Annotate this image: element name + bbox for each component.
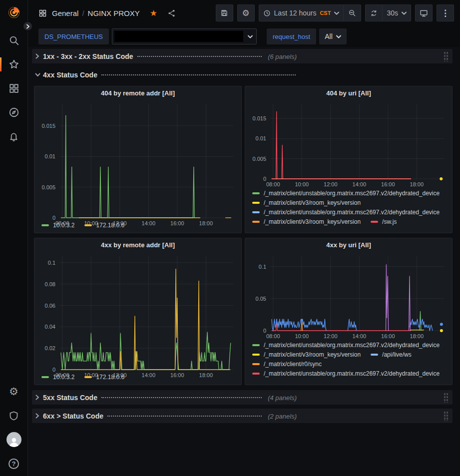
dashboard-settings-button[interactable]: ⚙	[237, 4, 255, 21]
panel-header[interactable]: 404 by remote addr [All]	[34, 86, 241, 99]
search-icon	[8, 35, 19, 46]
legend-series-swatch	[371, 354, 378, 356]
variable-label-request-host[interactable]: request_host	[267, 28, 316, 44]
svg-text:16:00: 16:00	[381, 181, 395, 187]
row-header-6xx[interactable]: 6xx > Status Code (2 panels)	[32, 409, 453, 423]
apps-grid-icon	[38, 9, 47, 17]
svg-text:0.01: 0.01	[45, 153, 55, 159]
sidebar-expand-button[interactable]	[22, 21, 33, 31]
legend-series-swatch	[84, 224, 92, 226]
refresh-button[interactable]	[365, 4, 383, 21]
panel-title: 404 by remote addr [All]	[101, 89, 175, 97]
grafana-app: ⚙ ?	[0, 0, 460, 476]
save-dashboard-button[interactable]	[216, 4, 233, 21]
legend-item[interactable]: /_matrix/client/unstable/org.matrix.msc2…	[252, 209, 440, 216]
sidebar-item-server-admin[interactable]	[0, 404, 27, 428]
dashboard-variables-bar: DS_PROMETHEUS request_host All	[28, 26, 460, 47]
timezone-label: CST	[320, 10, 331, 16]
zoom-out-time-button[interactable]	[344, 4, 361, 21]
legend-item[interactable]: 172.18.0.6	[84, 374, 124, 381]
legend-item[interactable]: /_matrix/client/r0/sync	[252, 361, 322, 368]
legend-series-label: 10.0.3.2	[53, 222, 74, 229]
help-icon: ?	[8, 459, 19, 469]
ds-prometheus-select[interactable]	[112, 28, 257, 44]
legend-item[interactable]: /_matrix/client/v3/room_keys/version	[252, 218, 361, 225]
time-series-plot[interactable]: 08:0010:0012:0014:0016:0018:0000.0050.01…	[247, 99, 450, 189]
breadcrumb-dashboard-title[interactable]: NGINX PROXY	[88, 9, 140, 17]
legend-series-swatch	[252, 202, 260, 204]
request-host-value: All	[325, 32, 333, 40]
row-title-dots	[101, 397, 262, 398]
variable-label-ds-prometheus[interactable]: DS_PROMETHEUS	[38, 28, 109, 44]
time-series-plot[interactable]: 08:0010:0012:0014:0016:0018:0000.0050.01…	[36, 99, 239, 221]
time-range-picker[interactable]: Last 12 hours CST	[259, 4, 344, 21]
top-navbar: General / NGINX PROXY ★ ⚙	[28, 0, 460, 26]
svg-text:0.015: 0.015	[252, 115, 266, 121]
svg-text:0.06: 0.06	[45, 303, 55, 309]
legend-item[interactable]: /_matrix/client/unstable/org.matrix.msc2…	[252, 370, 440, 377]
sidebar-item-alerting[interactable]	[0, 124, 27, 148]
clock-icon	[263, 9, 271, 17]
favorite-star-icon[interactable]: ★	[150, 8, 157, 18]
legend-item[interactable]: /_matrix/client/unstable/org.matrix.msc2…	[252, 190, 440, 197]
request-host-select[interactable]: All	[319, 28, 347, 44]
legend-series-label: /_matrix/client/unstable/org.matrix.msc2…	[264, 342, 440, 349]
legend-series-label: 172.18.0.6	[96, 374, 124, 381]
svg-text:0.02: 0.02	[45, 345, 55, 351]
legend-item[interactable]: 10.0.3.2	[41, 222, 74, 229]
panel-legend: /_matrix/client/unstable/org.matrix.msc2…	[245, 189, 452, 233]
panel-header[interactable]: 404 by uri [All]	[245, 86, 452, 99]
legend-item[interactable]: /_matrix/client/v3/room_keys/version	[252, 351, 361, 358]
tv-mode-button[interactable]	[415, 4, 433, 21]
more-options-button[interactable]: ⋮	[437, 4, 454, 21]
sidebar-item-explore[interactable]	[0, 100, 27, 124]
svg-text:0.05: 0.05	[256, 296, 266, 302]
zoom-out-icon	[348, 9, 356, 17]
share-icon[interactable]	[167, 9, 176, 17]
row-drag-handle[interactable]	[444, 392, 449, 403]
row-header-4xx[interactable]: 4xx Status Code	[32, 67, 453, 82]
legend-item[interactable]: /sw.js	[371, 218, 397, 225]
panel-header[interactable]: 4xx by remote addr [All]	[34, 238, 241, 251]
sidebar-item-dashboards[interactable]	[0, 76, 27, 100]
legend-item[interactable]: 10.0.3.2	[41, 374, 74, 381]
row-panel-count: (2 panels)	[268, 413, 297, 420]
row-drag-handle[interactable]	[444, 51, 449, 61]
legend-item[interactable]: /_matrix/client/v3/room_keys/version	[252, 199, 361, 206]
svg-text:0: 0	[263, 176, 266, 182]
legend-series-swatch	[252, 211, 260, 213]
legend-series-label: /_matrix/client/unstable/org.matrix.msc2…	[264, 190, 440, 197]
monitor-icon	[420, 9, 428, 17]
sidebar-item-search[interactable]	[0, 28, 27, 52]
gear-icon: ⚙	[9, 386, 18, 398]
refresh-interval-picker[interactable]: 30s	[383, 4, 411, 21]
legend-series-swatch	[252, 363, 260, 365]
breadcrumb-section[interactable]: General	[52, 9, 78, 17]
row-title: 1xx - 3xx - 2xx Status Code	[43, 52, 133, 60]
legend-item[interactable]: /api/live/ws	[371, 351, 412, 358]
grafana-logo[interactable]	[7, 5, 21, 21]
shield-icon	[8, 411, 19, 421]
refresh-icon	[370, 9, 378, 17]
svg-text:12:00: 12:00	[324, 333, 338, 339]
time-series-plot[interactable]: 08:0010:0012:0014:0016:0018:0000.020.040…	[36, 251, 239, 373]
legend-item[interactable]: 172.18.0.6	[84, 222, 124, 229]
refresh-interval-label: 30s	[387, 9, 398, 17]
panel-header[interactable]: 4xx by uri [All]	[245, 238, 452, 251]
sidebar-item-configuration[interactable]: ⚙	[0, 380, 27, 404]
bell-icon	[8, 131, 19, 142]
row-drag-handle[interactable]	[444, 411, 449, 421]
chevron-right-icon	[35, 395, 43, 400]
row-title-dots	[101, 74, 296, 75]
legend-item[interactable]: /_matrix/client/unstable/org.matrix.msc2…	[252, 342, 440, 349]
svg-text:0.04: 0.04	[45, 324, 55, 330]
svg-text:0.005: 0.005	[252, 156, 266, 162]
row-title: 6xx > Status Code	[43, 412, 103, 420]
time-series-plot[interactable]: 08:0010:0012:0014:0016:0018:0000.050.1	[247, 251, 450, 341]
sidebar-item-profile[interactable]	[0, 428, 27, 452]
refresh-group: 30s	[365, 4, 411, 21]
row-header-1xx-3xx-2xx[interactable]: 1xx - 3xx - 2xx Status Code (6 panels)	[32, 49, 453, 63]
sidebar-item-starred[interactable]	[0, 52, 27, 76]
sidebar-item-help[interactable]: ?	[0, 452, 27, 476]
row-header-5xx[interactable]: 5xx Status Code (4 panels)	[32, 390, 453, 405]
